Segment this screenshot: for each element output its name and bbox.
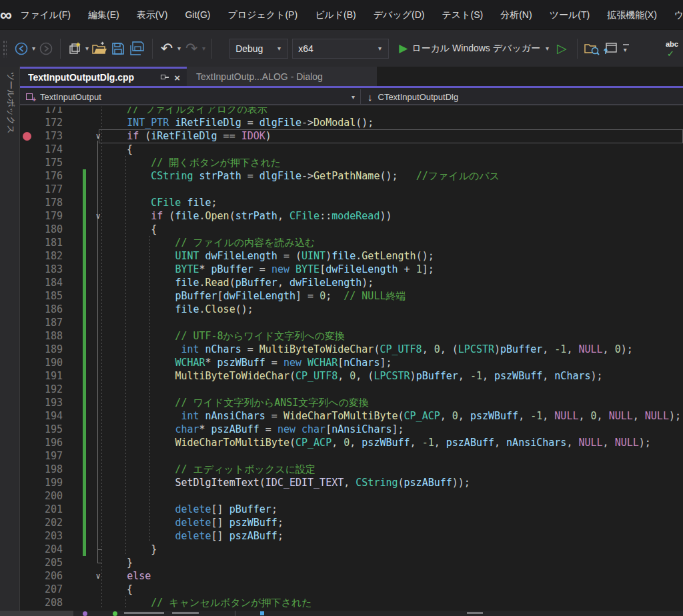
code-line[interactable]: 201 delete[] pBuffer; bbox=[20, 503, 683, 516]
toolbar-separator bbox=[577, 39, 578, 59]
line-number: 197 bbox=[35, 449, 63, 463]
debugger-caret-icon[interactable]: ▾ bbox=[546, 45, 549, 52]
toolbar-overflow-button[interactable]: ▾ bbox=[622, 42, 631, 55]
code-text: WCHAR* pszWBuff = new WCHAR[nChars]; bbox=[103, 356, 392, 369]
line-number: 181 bbox=[35, 236, 63, 249]
menu-item-5[interactable]: ビルド(B) bbox=[306, 0, 365, 29]
pin-icon[interactable] bbox=[159, 73, 169, 82]
line-number: 186 bbox=[35, 303, 63, 316]
save-button[interactable] bbox=[110, 38, 126, 59]
undo-caret-icon[interactable]: ▾ bbox=[177, 45, 181, 52]
menu-item-10[interactable]: 拡張機能(X) bbox=[598, 0, 666, 29]
code-line[interactable]: 206∨ else bbox=[20, 569, 683, 583]
line-number: 208 bbox=[35, 596, 63, 609]
redo-button[interactable]: ↷ bbox=[183, 38, 199, 59]
line-number: 174 bbox=[35, 143, 63, 156]
code-line[interactable]: 205 } bbox=[20, 556, 683, 569]
code-line[interactable]: 189 int nChars = MultiByteToWideChar(CP_… bbox=[20, 343, 683, 356]
navigate-forward-button[interactable] bbox=[38, 38, 54, 59]
code-line[interactable]: 199 SetDlgItemText(IDC_EDIT_TEXT, CStrin… bbox=[20, 476, 683, 489]
code-line[interactable]: 196 WideCharToMultiByte(CP_ACP, 0, pszWB… bbox=[20, 436, 683, 449]
code-line[interactable]: 195 char* pszABuff = new char[nAnsiChars… bbox=[20, 423, 683, 436]
code-line[interactable]: 182 UINT dwFileLength = (UINT)file.GetLe… bbox=[20, 249, 683, 263]
code-line[interactable]: 208 // キャンセルボタンが押下された bbox=[20, 596, 683, 609]
code-line[interactable]: 188 // UTF-8からワイド文字列への変換 bbox=[20, 329, 683, 343]
code-line[interactable]: 198 // エディットボックスに設定 bbox=[20, 463, 683, 476]
menu-item-3[interactable]: Git(G) bbox=[176, 0, 219, 29]
line-number: 194 bbox=[35, 409, 63, 423]
code-line[interactable]: 203 delete[] pszABuff; bbox=[20, 529, 683, 543]
menu-item-1[interactable]: 編集(E) bbox=[79, 0, 128, 29]
menu-item-8[interactable]: 分析(N) bbox=[492, 0, 540, 29]
code-line[interactable]: 186 file.Close(); bbox=[20, 303, 683, 316]
toolbox-label[interactable]: ツールボックス bbox=[5, 72, 17, 134]
debugger-target-label: ローカル Windows デバッガー bbox=[412, 43, 540, 55]
menu-item-7[interactable]: テスト(S) bbox=[434, 0, 492, 29]
spell-check-button[interactable]: abc ✓ bbox=[664, 39, 682, 59]
toolbox-collapsed-panel[interactable]: ツールボックス bbox=[0, 67, 20, 611]
menu-item-11[interactable]: ウィンドウ(W) bbox=[666, 0, 683, 29]
close-icon[interactable]: × bbox=[174, 72, 180, 83]
code-text: CString strPath = dlgFile->GetPathName()… bbox=[103, 169, 500, 183]
line-number: 193 bbox=[35, 396, 63, 409]
navbar-divider bbox=[360, 89, 361, 104]
code-line[interactable]: 184 file.Read(pBuffer, dwFileLength); bbox=[20, 276, 683, 289]
code-line[interactable]: 171 // ファイルダイアログの表示 bbox=[20, 107, 683, 116]
new-item-caret-icon[interactable]: ▾ bbox=[85, 45, 89, 52]
toolbar-drag-handle[interactable] bbox=[3, 40, 7, 57]
new-item-button[interactable] bbox=[67, 38, 83, 59]
code-line[interactable]: 194 int nAnsiChars = WideCharToMultiByte… bbox=[20, 409, 683, 423]
code-line[interactable]: 178 CFile file; bbox=[20, 196, 683, 209]
check-icon: ✓ bbox=[667, 49, 674, 59]
navigate-back-button[interactable] bbox=[13, 38, 29, 59]
code-line[interactable]: 191 MultiByteToWideChar(CP_UTF8, 0, (LPC… bbox=[20, 369, 683, 383]
code-line[interactable]: 176 CString strPath = dlgFile->GetPathNa… bbox=[20, 169, 683, 183]
sync-with-active-document-button[interactable] bbox=[602, 38, 618, 59]
project-scope-dropdown[interactable]: + TextInputOutput ▾ bbox=[20, 88, 360, 105]
line-number: 175 bbox=[35, 156, 63, 169]
menu-item-4[interactable]: プロジェクト(P) bbox=[219, 0, 306, 29]
code-line[interactable]: 175 // 開くボタンが押下された bbox=[20, 156, 683, 169]
code-line[interactable]: 202 delete[] pszWBuff; bbox=[20, 516, 683, 529]
code-line[interactable]: 183 BYTE* pBuffer = new BYTE[dwFileLengt… bbox=[20, 263, 683, 276]
type-dropdown[interactable]: ↓ CTextInputOutputDlg bbox=[364, 88, 683, 105]
menu-items: ファイル(F)編集(E)表示(V)Git(G)プロジェクト(P)ビルド(B)デバ… bbox=[12, 0, 683, 29]
code-line[interactable]: 177 bbox=[20, 183, 683, 196]
undo-button[interactable]: ↶ bbox=[159, 38, 175, 59]
code-line[interactable]: 187 bbox=[20, 316, 683, 329]
code-editor[interactable]: 171 // ファイルダイアログの表示172 INT_PTR iRetFileD… bbox=[20, 107, 683, 611]
line-number: 200 bbox=[35, 489, 63, 503]
code-line[interactable]: 179∨ if (file.Open(strPath, CFile::modeR… bbox=[20, 209, 683, 223]
code-line[interactable]: 197 bbox=[20, 449, 683, 463]
solution-configuration-dropdown[interactable]: Debug ▾ bbox=[229, 39, 288, 59]
code-line[interactable]: 193 // ワイド文字列からANSI文字列への変換 bbox=[20, 396, 683, 409]
find-in-files-button[interactable] bbox=[584, 38, 600, 59]
save-all-button[interactable] bbox=[129, 38, 146, 59]
start-without-debugging-button[interactable]: ▷ bbox=[553, 38, 571, 59]
code-line[interactable]: 172 INT_PTR iRetFileDlg = dlgFile->DoMod… bbox=[20, 116, 683, 129]
tab-dialog-resource[interactable]: TextInputOutp...ALOG - Dialog bbox=[187, 67, 377, 86]
open-file-button[interactable] bbox=[91, 38, 107, 59]
code-line[interactable]: 207 { bbox=[20, 583, 683, 596]
code-line[interactable]: 174 { bbox=[20, 143, 683, 156]
menu-item-2[interactable]: 表示(V) bbox=[128, 0, 177, 29]
code-line[interactable]: 192 bbox=[20, 383, 683, 396]
solution-platform-dropdown[interactable]: x64 ▾ bbox=[292, 39, 389, 59]
navigate-back-caret-icon[interactable]: ▾ bbox=[32, 45, 35, 52]
tab-textinputoutputdlg-cpp[interactable]: TextInputOutputDlg.cpp × bbox=[20, 67, 187, 86]
menu-item-6[interactable]: デバッグ(D) bbox=[365, 0, 434, 29]
code-line[interactable]: 190 WCHAR* pszWBuff = new WCHAR[nChars]; bbox=[20, 356, 683, 369]
code-line[interactable]: 173∨ if (iRetFileDlg == IDOK) bbox=[20, 129, 683, 143]
configuration-value: Debug bbox=[235, 43, 271, 54]
start-debugging-button[interactable]: ▶ ローカル Windows デバッガー ▾ bbox=[392, 38, 550, 59]
code-line[interactable]: 185 pBuffer[dwFileLength] = 0; // NULL終端 bbox=[20, 289, 683, 303]
menu-item-0[interactable]: ファイル(F) bbox=[12, 0, 79, 29]
menu-item-9[interactable]: ツール(T) bbox=[541, 0, 599, 29]
code-line[interactable]: 204 } bbox=[20, 543, 683, 556]
code-line[interactable]: 200 bbox=[20, 489, 683, 503]
line-number: 173 bbox=[35, 129, 63, 143]
code-line[interactable]: 180 { bbox=[20, 223, 683, 236]
code-line[interactable]: 181 // ファイルの内容を読み込む bbox=[20, 236, 683, 249]
code-text: { bbox=[103, 223, 157, 236]
redo-caret-icon[interactable]: ▾ bbox=[202, 45, 205, 52]
